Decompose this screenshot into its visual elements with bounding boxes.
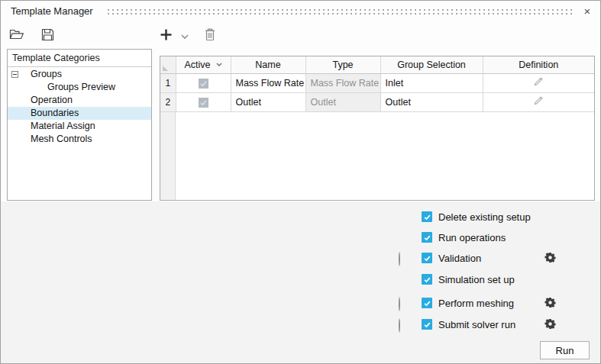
row-number[interactable]: 2 [160, 92, 176, 111]
chevron-down-icon [216, 63, 222, 66]
radio-button[interactable] [399, 297, 400, 311]
tree-item-boundaries[interactable]: Boundaries [8, 107, 151, 120]
templates-table: Active Name Type Group Selection Definit… [160, 56, 595, 201]
column-header-name[interactable]: Name [231, 56, 305, 73]
type-cell: Outlet [305, 92, 380, 111]
option-submit-solver-run: Submit solver run [399, 318, 515, 330]
tree-item-groups-preview[interactable]: Groups Preview [8, 81, 151, 94]
table-row: 1 Mass Flow Rate Mass Flow Rate Inlet [160, 73, 594, 92]
option-delete-existing-setup: Delete existing setup [399, 211, 531, 223]
category-tree: Groups Groups Preview Operation Boundari… [8, 67, 151, 146]
template-manager-dialog: Template Manager × [0, 0, 601, 364]
column-header-definition[interactable]: Definition [483, 56, 594, 73]
checkbox-checked[interactable] [422, 274, 432, 285]
corner-sort-indicator [163, 66, 168, 71]
open-template-button[interactable] [8, 26, 25, 43]
table-row: 2 Outlet Outlet Outlet [160, 92, 594, 111]
name-cell[interactable]: Mass Flow Rate [231, 73, 305, 92]
plus-icon [160, 29, 172, 40]
option-validation: Validation [399, 252, 481, 264]
validation-settings-gear-icon[interactable] [544, 252, 556, 263]
dialog-title: Template Manager [11, 5, 93, 17]
group-selection-cell[interactable]: Outlet [380, 92, 483, 111]
save-template-button[interactable] [39, 26, 56, 43]
close-icon[interactable]: × [580, 4, 594, 18]
type-cell: Mass Flow Rate [305, 73, 380, 92]
option-run-operations: Run operations [399, 231, 506, 243]
radio-button[interactable] [399, 318, 400, 333]
run-button[interactable]: Run [540, 341, 590, 359]
chevron-down-icon [181, 34, 189, 40]
tree-item-groups[interactable]: Groups [8, 68, 151, 81]
trash-icon [204, 27, 216, 41]
checkbox-checked[interactable] [422, 298, 432, 308]
meshing-settings-gear-icon[interactable] [544, 297, 556, 308]
checkbox-checked[interactable] [422, 211, 432, 222]
option-simulation-set-up: Simulation set up [399, 273, 515, 285]
title-bar: Template Manager × [1, 1, 600, 22]
table-corner-cell[interactable] [160, 56, 176, 73]
radio-button[interactable] [399, 252, 400, 266]
definition-cell [483, 92, 594, 111]
tree-item-material-assign[interactable]: Material Assign [8, 120, 151, 133]
save-icon [41, 28, 54, 41]
add-options-dropdown[interactable] [179, 28, 191, 45]
edit-pencil-icon[interactable] [533, 95, 544, 106]
checkbox-checked[interactable] [422, 319, 432, 330]
name-cell[interactable]: Outlet [231, 92, 305, 111]
group-selection-cell[interactable]: Inlet [380, 73, 483, 92]
column-header-active[interactable]: Active [176, 56, 231, 73]
active-checkbox[interactable] [199, 79, 208, 89]
active-checkbox[interactable] [199, 98, 208, 108]
column-header-type[interactable]: Type [305, 56, 380, 73]
option-perform-meshing: Perform meshing [399, 297, 514, 309]
open-folder-icon [9, 28, 24, 40]
edit-pencil-icon[interactable] [533, 76, 544, 87]
column-header-group-selection[interactable]: Group Selection [380, 56, 483, 73]
delete-template-button[interactable] [202, 26, 218, 43]
template-categories-panel: Template Categories Groups Groups Previe… [7, 49, 152, 201]
tree-item-operation[interactable]: Operation [8, 94, 151, 107]
solver-settings-gear-icon[interactable] [544, 318, 556, 330]
checkbox-checked[interactable] [422, 253, 432, 263]
checkbox-checked[interactable] [422, 232, 432, 243]
collapse-icon[interactable] [11, 71, 18, 78]
definition-cell [483, 73, 594, 92]
row-number[interactable]: 1 [160, 73, 176, 92]
panel-title: Template Categories [8, 50, 151, 67]
add-template-button[interactable] [157, 26, 174, 43]
drag-handle[interactable] [108, 9, 574, 14]
tree-item-mesh-controls[interactable]: Mesh Controls [8, 133, 151, 146]
